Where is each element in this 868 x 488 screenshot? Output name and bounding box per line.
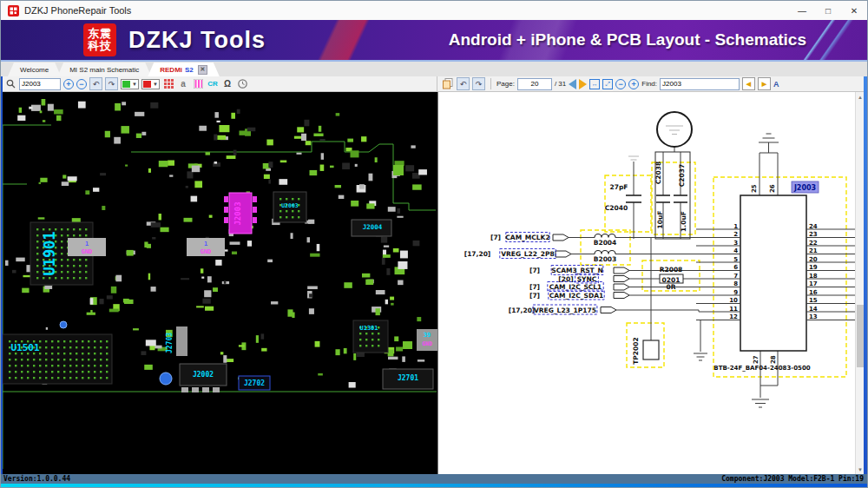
svg-text:9: 9 — [733, 289, 738, 296]
rotate-left-icon[interactable]: ↶ — [457, 77, 470, 90]
window-right-edge — [864, 76, 867, 474]
bottom-layer-color-picker[interactable]: ▼ — [141, 79, 160, 89]
pcb-deco — [253, 196, 257, 202]
copy-page-icon[interactable] — [442, 78, 454, 90]
tab-redmi-s2[interactable]: REDMi S2 ✕ — [148, 63, 220, 76]
zoom-out-icon[interactable]: − — [76, 79, 87, 89]
pcb-canvas[interactable]: U19011GND1GNDU1501J2703J2002J2702U1301J2… — [1, 92, 437, 474]
svg-text:39: 39 — [424, 332, 431, 339]
close-button[interactable]: ✕ — [841, 2, 867, 20]
pcb-deco — [176, 326, 187, 356]
svg-text:U1901: U1901 — [41, 231, 58, 275]
svg-text:20: 20 — [809, 256, 818, 263]
fit-width-icon[interactable]: ↔ — [589, 79, 600, 89]
top-layer-color-picker[interactable]: ▼ — [121, 79, 139, 89]
status-gradient-stripe — [1, 484, 867, 488]
find-next-icon[interactable]: ▶ — [758, 77, 771, 90]
history-clock-icon[interactable] — [236, 78, 248, 90]
layers-grid-icon[interactable] — [162, 78, 174, 90]
app-name: DZKJ Tools — [128, 27, 266, 54]
svg-text:25: 25 — [751, 184, 758, 193]
svg-text:J2703: J2703 — [166, 333, 174, 353]
zoom-out-icon[interactable]: − — [615, 79, 626, 89]
net-flag — [553, 234, 569, 241]
net-flag — [614, 267, 629, 274]
pcb-toolbar: + − ↶ ↷ ▼ ▼ a CR Ω — [1, 76, 437, 92]
svg-text:14: 14 — [809, 306, 818, 313]
pcb-deco — [224, 196, 228, 202]
pcb-via — [160, 373, 172, 385]
tab-welcome[interactable]: Welcome — [8, 63, 61, 76]
tab-bar: Welcome MI S2 main Schematic REDMi S2 ✕ — [1, 62, 867, 76]
schematic-canvas[interactable]: 1242233224215206197188179161015111412132… — [438, 92, 857, 474]
svg-text:U1501: U1501 — [10, 342, 39, 353]
svg-text:J2702: J2702 — [244, 379, 265, 387]
find-label: Find: — [641, 80, 657, 88]
prev-page-icon[interactable] — [569, 79, 576, 89]
fit-page-icon[interactable]: ⤢ — [602, 79, 613, 89]
pcb-board-view[interactable]: U19011GND1GNDU1501J2703J2002J2702U1301J2… — [1, 92, 438, 474]
window-left-edge — [1, 76, 3, 474]
app-window: DZKJ PhoneRepair Tools — □ ✕ 东震 科技 DZKJ … — [0, 0, 868, 488]
tab-close-icon[interactable]: ✕ — [198, 65, 207, 75]
svg-text:C2037: C2037 — [678, 164, 686, 187]
version-text: Version:1.0.0.44 — [3, 475, 70, 483]
window-title: DZKJ PhoneRepair Tools — [24, 5, 131, 16]
svg-text:19: 19 — [809, 264, 818, 271]
minimize-button[interactable]: — — [789, 2, 815, 20]
svg-text:6: 6 — [733, 264, 738, 271]
svg-text:8: 8 — [733, 280, 738, 287]
svg-text:17: 17 — [809, 280, 818, 287]
silkscreen-icon[interactable] — [192, 78, 204, 90]
page-number-input[interactable] — [517, 78, 552, 90]
svg-text:18: 18 — [809, 273, 818, 280]
match-case-icon[interactable]: A — [773, 80, 779, 89]
rotate-right-icon[interactable]: ↷ — [472, 77, 485, 90]
svg-text:2: 2 — [733, 231, 738, 238]
pcb-search-input[interactable] — [19, 78, 61, 90]
svg-text:10uF: 10uF — [656, 211, 664, 229]
svg-text:0R: 0R — [667, 283, 676, 291]
zoom-in-icon[interactable]: + — [63, 79, 74, 89]
svg-text:R2008: R2008 — [660, 266, 683, 274]
svg-text:15: 15 — [809, 297, 818, 304]
zoom-in-icon[interactable]: + — [628, 79, 639, 89]
pcb-deco — [253, 217, 257, 223]
svg-text:27pF: 27pF — [610, 183, 628, 191]
svg-text:5: 5 — [733, 256, 738, 263]
svg-text:J2002: J2002 — [193, 371, 214, 379]
text-labels-icon[interactable]: a — [177, 78, 189, 90]
ferrite-bead — [595, 234, 615, 238]
schematic-toolbar: ↶ ↷ Page: / 31 ↔ ⤢ − + Find: ◀ ▶ A — [437, 76, 868, 92]
svg-text:7: 7 — [733, 273, 738, 280]
svg-text:12: 12 — [729, 313, 738, 320]
svg-text:GND: GND — [201, 248, 212, 255]
svg-text:11: 11 — [729, 306, 738, 313]
svg-text:J2004: J2004 — [363, 223, 383, 231]
svg-text:28: 28 — [770, 355, 777, 364]
component-info-text: Component:J2003 Model:F2B-1 Pin:19 — [721, 475, 864, 483]
rotate-left-icon[interactable]: ↶ — [89, 77, 102, 90]
find-input[interactable] — [660, 78, 740, 90]
pcb-via — [60, 321, 67, 328]
svg-text:VREG_L22_2P8: VREG_L22_2P8 — [501, 250, 555, 258]
svg-text:22: 22 — [809, 240, 818, 247]
net-flag — [614, 293, 629, 299]
mic-circle-symbol — [657, 112, 692, 147]
pcb-deco — [224, 207, 228, 213]
svg-text:1.0uF: 1.0uF — [680, 211, 687, 232]
pcb-deco — [202, 387, 209, 392]
next-page-icon[interactable] — [579, 79, 587, 89]
ohm-measure-icon[interactable]: Ω — [221, 78, 233, 90]
find-prev-icon[interactable]: ◀ — [742, 77, 755, 90]
maximize-button[interactable]: □ — [815, 2, 841, 20]
app-banner: 东震 科技 DZKJ Tools Android + iPhone & PCB … — [1, 20, 867, 62]
pcb-deco — [224, 217, 228, 223]
title-bar: DZKJ PhoneRepair Tools — □ ✕ — [1, 1, 867, 21]
svg-text:[17,20]: [17,20] — [464, 250, 491, 258]
tab-mi-s2-main-schematic[interactable]: MI S2 main Schematic — [57, 63, 151, 76]
rotate-right-icon[interactable]: ↷ — [105, 77, 118, 90]
cr-mode-icon[interactable]: CR — [207, 78, 219, 90]
schematic-view[interactable]: 1242233224215206197188179161015111412132… — [438, 92, 868, 474]
search-icon[interactable] — [4, 78, 16, 90]
